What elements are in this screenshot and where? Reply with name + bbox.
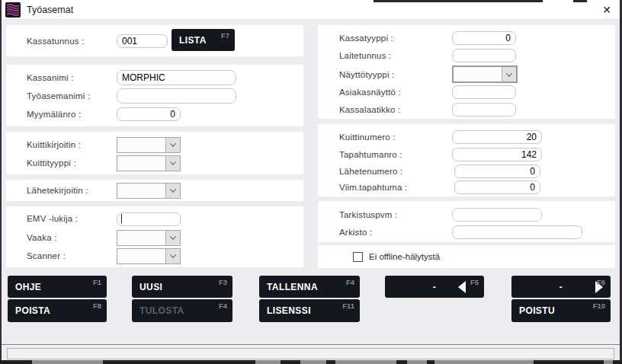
chevron-down-icon — [165, 249, 180, 263]
scanner-label: Scanner : — [27, 251, 117, 260]
poista-button[interactable]: POISTA F8 — [8, 299, 107, 322]
fkey-label: F11 — [342, 302, 354, 310]
kassalaatikko-input[interactable] — [452, 103, 516, 117]
panel-numerot: Kuittinumero : Tapahtumanro : Lähetenume… — [318, 124, 615, 196]
close-button[interactable]: ✕ — [598, 2, 615, 18]
panel-lahetekirjoitin: Lähetekirjoitin : — [6, 180, 303, 201]
fkey-label: F8 — [93, 302, 101, 310]
window-title: Työasemat — [27, 5, 73, 15]
kassatunnus-input[interactable] — [117, 34, 168, 48]
chevron-down-icon — [502, 67, 516, 81]
panel-kassatunnus: Kassatunnus : LISTA F7 — [6, 25, 303, 56]
myymalanro-input[interactable] — [117, 107, 181, 121]
fkey-label: F5 — [470, 278, 479, 286]
tulosta-button[interactable]: TULOSTA F4 — [132, 299, 232, 322]
fkey-label: F4 — [346, 278, 354, 286]
asiakasnaytto-input[interactable] — [452, 85, 516, 99]
kuittikirjoitin-dropdown[interactable] — [117, 137, 181, 153]
laitetunnus-input[interactable] — [452, 49, 516, 62]
lahetekirjoitin-dropdown[interactable] — [117, 183, 181, 199]
tallenna-button[interactable]: TALLENNA F4 — [259, 276, 360, 298]
panel-kassatyyppi: Kassatyyppi : Laitetunnus : Näyttötyyppi… — [318, 25, 615, 119]
nayttotyyppi-label: Näyttötyyppi : — [339, 70, 452, 79]
divider-line — [2, 344, 620, 346]
myymalanro-label: Myymälänro : — [27, 110, 117, 119]
offline-checkbox[interactable] — [353, 252, 363, 262]
titlebar: Työasemat ✕ — [2, 0, 620, 20]
chevron-down-icon — [165, 156, 180, 171]
panel-offline: Ei offline-hälytystä — [318, 245, 615, 268]
screen: Työasemat ✕ Kassatunnus : LISTA F7 Kassa… — [0, 0, 622, 364]
kassanimi-input[interactable] — [117, 70, 236, 85]
vaaka-label: Vaaka : — [27, 233, 117, 242]
chevron-down-icon — [165, 184, 180, 198]
previous-button[interactable]: - F5 — [385, 276, 484, 298]
lahetenumero-label: Lähetenumero : — [339, 167, 452, 176]
panel-kuitti: Kuittikirjoitin : Kuittityyppi : — [6, 132, 303, 174]
chevron-down-icon — [165, 138, 180, 152]
fkey-label: F6 — [597, 278, 605, 286]
tapahtumanro-label: Tapahtumanro : — [339, 150, 452, 159]
background-window-fragment — [0, 360, 622, 364]
panel-tarkistus: Tarkistuspvm : Arkisto : — [318, 201, 615, 242]
emv-lukija-input[interactable] — [117, 212, 181, 226]
kuittityyppi-label: Kuittityyppi : — [27, 158, 117, 168]
tyoasemanimi-input[interactable] — [117, 88, 236, 104]
vaaka-dropdown[interactable] — [117, 230, 181, 246]
laitetunnus-label: Laitetunnus : — [339, 51, 452, 60]
kuittityyppi-dropdown[interactable] — [117, 155, 181, 171]
kuittinumero-input[interactable] — [452, 130, 542, 144]
offline-checkbox-label: Ei offline-hälytystä — [369, 252, 440, 261]
lahetekirjoitin-label: Lähetekirjoitin : — [27, 186, 117, 195]
background-window-fragment — [374, 0, 543, 2]
lahetenumero-input[interactable] — [454, 164, 540, 178]
ohje-button[interactable]: OHJE F1 — [8, 276, 107, 298]
background-window-fragment — [573, 0, 587, 2]
tapahtumanro-input[interactable] — [452, 148, 542, 161]
kassatunnus-label: Kassatunnus : — [27, 37, 117, 46]
arrow-left-icon — [458, 281, 466, 293]
fkey-label: F4 — [219, 302, 227, 310]
tyoasemanimi-label: Työasemanimi : — [27, 91, 117, 101]
emv-lukija-label: EMV -lukija : — [27, 214, 117, 223]
kuittinumero-label: Kuittinumero : — [339, 133, 452, 142]
viim-tapahtuma-input[interactable] — [454, 180, 540, 194]
kassalaatikko-label: Kassalaatikko : — [339, 105, 452, 114]
lista-button[interactable]: LISTA F7 — [172, 29, 235, 51]
text-caret — [121, 214, 122, 223]
app-logo-icon — [5, 2, 21, 18]
lisenssi-button[interactable]: LISENSSI F11 — [259, 299, 360, 322]
panel-kassanimi: Kassanimi : Työasemanimi : Myymälänro : — [6, 65, 303, 126]
tarkistuspvm-label: Tarkistuspvm : — [339, 210, 452, 219]
kassatyyppi-label: Kassatyyppi : — [339, 34, 452, 43]
fkey-label: F3 — [219, 278, 227, 286]
tyoasemat-window: Työasemat ✕ Kassatunnus : LISTA F7 Kassa… — [2, 0, 620, 360]
nayttotyyppi-dropdown[interactable] — [452, 65, 518, 83]
next-button[interactable]: - F6 — [511, 276, 611, 298]
panel-laitteet: EMV -lukija : Vaaka : Scanner : — [6, 206, 303, 267]
fkey-label: F1 — [93, 278, 101, 286]
fkey-label: F7 — [221, 31, 229, 40]
poistu-button[interactable]: POISTU F10 — [511, 299, 611, 322]
kassanimi-label: Kassanimi : — [27, 73, 117, 82]
uusi-button[interactable]: UUSI F3 — [132, 276, 232, 298]
status-bar — [7, 348, 614, 359]
arkisto-label: Arkisto : — [339, 228, 452, 237]
chevron-down-icon — [165, 231, 180, 245]
asiakasnaytto-label: Asiakasnäyttö : — [339, 88, 452, 97]
kuittikirjoitin-label: Kuittikirjoitin : — [27, 140, 117, 149]
viim-tapahtuma-label: Viim.tapahtuma : — [339, 183, 452, 192]
arkisto-input[interactable] — [452, 225, 582, 239]
fkey-label: F10 — [593, 302, 605, 310]
tarkistuspvm-input[interactable] — [452, 208, 542, 222]
scanner-dropdown[interactable] — [117, 248, 181, 264]
kassatyyppi-input[interactable] — [452, 31, 516, 45]
